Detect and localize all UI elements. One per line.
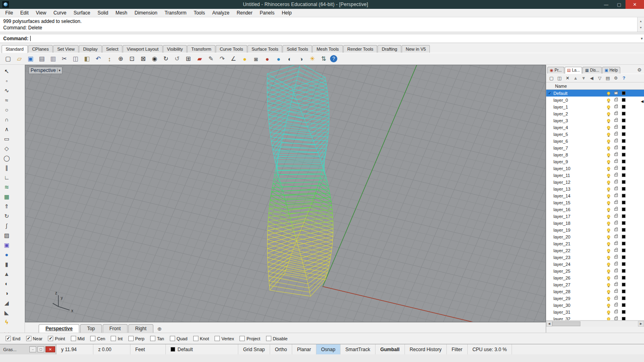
viewport[interactable]: Perspective ▾ z y x: [25, 65, 546, 322]
panel-tab[interactable]: ▣ Help: [602, 67, 620, 74]
zoom-extents-icon[interactable]: ⊠: [138, 54, 148, 63]
osnap-toggle[interactable]: Tan: [150, 336, 164, 341]
layer-visibility-bulb-icon[interactable]: [607, 153, 610, 156]
angle-icon[interactable]: ∠: [229, 54, 238, 63]
boolean-union-icon[interactable]: ◐: [2, 279, 12, 288]
layer-color-swatch[interactable]: [622, 173, 625, 177]
layer-row[interactable]: layer_2: [546, 110, 644, 117]
polygon-icon[interactable]: ◇: [2, 144, 12, 153]
gear-icon[interactable]: ⚙: [636, 67, 643, 74]
layer-visibility-bulb-icon[interactable]: [607, 290, 610, 293]
status-field[interactable]: z 0.00: [93, 344, 130, 354]
status-field[interactable]: Osnap: [316, 344, 341, 354]
layer-row[interactable]: layer_26: [546, 274, 644, 281]
layer-color-swatch[interactable]: [622, 112, 625, 115]
curve-icon[interactable]: ∿: [2, 86, 12, 95]
zoom-selected-icon[interactable]: ◉: [150, 54, 159, 63]
layer-visibility-bulb-icon[interactable]: [607, 283, 610, 286]
menu-item[interactable]: Render: [233, 9, 256, 16]
horizontal-scrollbar[interactable]: ◀ ▶: [546, 321, 644, 327]
layer-visibility-bulb-icon[interactable]: [607, 222, 610, 225]
toolbar-tab[interactable]: Standard: [2, 45, 28, 53]
layer-color-swatch[interactable]: [622, 235, 625, 239]
layer-lock-icon[interactable]: [614, 311, 618, 313]
menu-item[interactable]: Curve: [50, 9, 70, 16]
handle-curve-icon[interactable]: ≈: [2, 96, 12, 105]
layer-row[interactable]: layer_16: [546, 206, 644, 213]
checkbox-icon[interactable]: [150, 336, 155, 341]
command-history-scrollbar[interactable]: ▲ ▼: [637, 17, 644, 32]
layer-lock-icon[interactable]: [614, 235, 618, 238]
layer-color-swatch[interactable]: [622, 180, 625, 184]
layer-row[interactable]: layer_19: [546, 226, 644, 233]
layer-color-swatch[interactable]: [622, 221, 625, 225]
checkbox-icon[interactable]: [170, 336, 175, 341]
toolbar-tab[interactable]: Mesh Tools: [312, 45, 343, 53]
status-field[interactable]: Filter: [447, 344, 468, 354]
layer-color-swatch[interactable]: [622, 283, 625, 286]
layer-visibility-bulb-icon[interactable]: [607, 160, 610, 163]
layer-visibility-bulb-icon[interactable]: [607, 311, 610, 314]
layer-row[interactable]: layer_18: [546, 220, 644, 226]
scrollbar-track[interactable]: [580, 321, 638, 327]
dock-minimize-button[interactable]: –: [29, 346, 36, 352]
layer-row[interactable]: layer_22: [546, 247, 644, 254]
ghosted-view-icon[interactable]: ◑: [296, 54, 306, 63]
layer-row[interactable]: layer_31: [546, 309, 644, 315]
loft-icon[interactable]: ≋: [2, 183, 12, 191]
layer-visibility-bulb-icon[interactable]: [607, 146, 610, 150]
layer-row[interactable]: layer_4: [546, 124, 644, 131]
layer-visibility-bulb-icon[interactable]: [607, 140, 610, 143]
layer-lock-icon[interactable]: [614, 304, 618, 306]
tools-icon[interactable]: ⚙: [613, 76, 618, 81]
status-field[interactable]: Feet: [130, 344, 166, 354]
toolbar-tab[interactable]: Select: [102, 45, 123, 53]
layer-color-swatch[interactable]: [622, 269, 625, 273]
panel-tab[interactable]: ▦ Dis...: [582, 67, 601, 74]
pan-icon[interactable]: ↕: [105, 54, 114, 63]
gumball-icon[interactable]: ⇅: [319, 54, 328, 63]
layer-visibility-bulb-icon[interactable]: [607, 269, 610, 273]
scrollbar-thumb[interactable]: [552, 321, 580, 326]
layer-color-swatch[interactable]: [622, 242, 625, 245]
layer-visibility-bulb-icon[interactable]: [607, 167, 610, 170]
menu-item[interactable]: Analyze: [208, 9, 233, 16]
layer-row[interactable]: layer_20: [546, 233, 644, 240]
layer-lock-icon[interactable]: [614, 105, 618, 108]
toolbar-tab[interactable]: Viewport Layout: [123, 45, 163, 53]
viewport-tab[interactable]: Front: [103, 324, 128, 333]
layer-color-swatch[interactable]: [622, 303, 625, 307]
menu-item[interactable]: Mesh: [112, 9, 131, 16]
layer-color-swatch[interactable]: [622, 228, 625, 232]
lightning-icon[interactable]: ϟ: [2, 318, 12, 327]
surface-icon[interactable]: ▦: [2, 192, 12, 201]
layer-lock-icon[interactable]: [614, 99, 618, 101]
docked-panel-titlebar[interactable]: Gras... – ▢ ✕: [0, 344, 56, 354]
layer-lock-icon[interactable]: [614, 194, 618, 197]
layer-visibility-bulb-icon[interactable]: [607, 228, 610, 232]
osnap-toggle[interactable]: Perp: [128, 336, 144, 341]
ellipse-icon[interactable]: ◯: [2, 154, 12, 162]
layer-row[interactable]: layer_5: [546, 131, 644, 138]
menu-item[interactable]: Panels: [256, 9, 278, 16]
render-icon[interactable]: ●: [262, 54, 272, 63]
layer-row[interactable]: layer_1: [546, 103, 644, 110]
help-icon[interactable]: ?: [330, 55, 337, 62]
patch-icon[interactable]: ▨: [2, 231, 12, 240]
move-down-icon[interactable]: ▼: [581, 76, 586, 80]
command-history[interactable]: 999 polysurfaces added to selection. Com…: [0, 17, 644, 32]
zoom-dynamic-icon[interactable]: ⊕: [116, 54, 126, 63]
layer-visibility-bulb-icon[interactable]: [607, 249, 610, 252]
layer-lock-icon[interactable]: [614, 228, 618, 231]
undo-view-icon[interactable]: ↺: [172, 54, 182, 63]
osnap-toggle[interactable]: Knot: [193, 336, 209, 341]
current-layer-check[interactable]: ✓: [546, 91, 553, 95]
layer-row[interactable]: layer_9: [546, 158, 644, 165]
menu-item[interactable]: Transform: [161, 9, 190, 16]
print-icon[interactable]: ▤: [37, 54, 47, 63]
page-setup-icon[interactable]: ▥: [48, 54, 58, 63]
layer-color-swatch[interactable]: [622, 296, 625, 300]
layer-lock-icon[interactable]: [614, 208, 618, 211]
shaded-view-icon[interactable]: ◐: [285, 54, 295, 63]
layer-color-swatch[interactable]: [622, 119, 625, 122]
